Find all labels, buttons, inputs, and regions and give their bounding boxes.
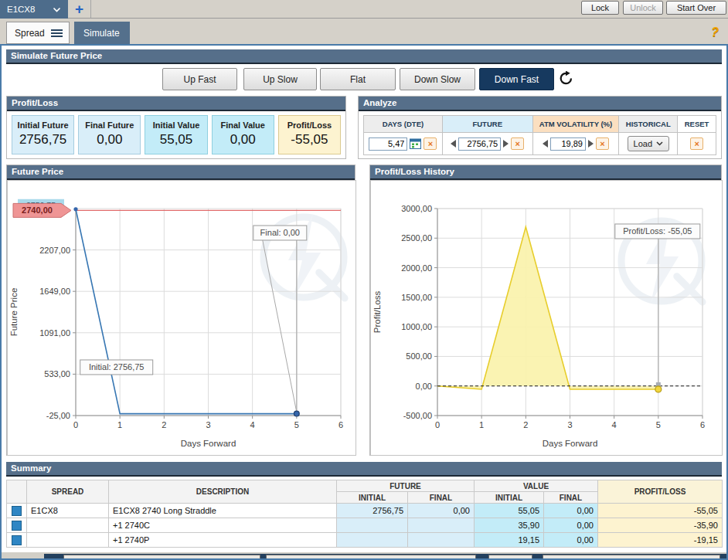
summary-panel: Summary SPREAD DESCRIPTION FUTURE VALUE … <box>6 462 722 551</box>
initial-value-value: 55,05 <box>145 132 206 148</box>
vol-header: ATM VOLATILITY (%) <box>532 116 619 133</box>
unlock-button[interactable]: Unlock <box>623 1 663 15</box>
profit-loss-panel-header: Profit/Loss <box>7 97 345 111</box>
analyze-panel: Analyze DAYS (DTE) FUTURE ATM VOLATILITY… <box>358 96 722 159</box>
profit-loss-cell: -35,90 <box>598 518 723 533</box>
description-cell: +1 2740C <box>109 518 337 533</box>
svg-text:1091,00: 1091,00 <box>39 328 70 338</box>
final-future-label: Final Future <box>79 120 140 130</box>
historical-load-dropdown[interactable]: Load <box>628 136 669 151</box>
value-final-cell: 0,00 <box>544 504 598 518</box>
vol-input[interactable] <box>550 137 586 151</box>
value-final-header: FINAL <box>544 492 598 504</box>
tab-simulate[interactable]: Simulate <box>74 22 130 44</box>
svg-text:2: 2 <box>162 420 166 429</box>
svg-text:Profit/Loss: -55,05: Profit/Loss: -55,05 <box>623 226 692 236</box>
future-input[interactable] <box>458 137 501 151</box>
down-slow-button[interactable]: Down Slow <box>400 68 475 90</box>
future-step-down-icon[interactable] <box>451 140 456 148</box>
svg-text:5: 5 <box>294 420 299 429</box>
future-step-up-icon[interactable] <box>503 140 509 148</box>
tab-bar: Spread Simulate ? <box>0 19 728 44</box>
analyze-panel-header: Analyze <box>359 97 721 111</box>
initial-future-value: 2756,75 <box>12 132 73 148</box>
pl-history-panel-header: Profit/Loss History <box>370 165 721 180</box>
down-fast-button[interactable]: Down Fast <box>479 68 554 90</box>
svg-text:3: 3 <box>567 420 572 429</box>
future-final-cell <box>408 533 475 548</box>
final-future-value: 0,00 <box>79 132 140 148</box>
table-row: +1 2740C 35,90 0,00 -35,90 <box>7 518 723 533</box>
svg-text:4: 4 <box>612 420 617 429</box>
calendar-icon[interactable] <box>410 138 421 149</box>
spread-col-header: SPREAD <box>27 480 109 504</box>
svg-text:1000,00: 1000,00 <box>401 322 432 331</box>
main-content: Simulate Future Price Up Fast Up Slow Fl… <box>0 44 728 560</box>
svg-text:3: 3 <box>206 420 210 429</box>
refresh-icon[interactable] <box>558 71 573 87</box>
start-over-button[interactable]: Start Over <box>666 1 726 15</box>
future-initial-cell <box>337 533 408 548</box>
future-initial-cell <box>337 518 408 533</box>
future-final-cell <box>408 518 475 533</box>
row-select-square[interactable] <box>12 535 22 545</box>
svg-text:2: 2 <box>523 420 528 429</box>
svg-text:Future Price: Future Price <box>9 288 19 337</box>
initial-future-cell: Initial Future 2756,75 <box>12 115 74 154</box>
profit-loss-cell: Profit/Loss -55,05 <box>278 115 341 154</box>
plus-icon: + <box>75 1 83 18</box>
instrument-tab[interactable]: E1CX8 <box>0 0 68 19</box>
future-price-chart[interactable]: 2207,001649,001091,00533,00-25,000123456… <box>7 180 356 456</box>
analyze-table: DAYS (DTE) FUTURE ATM VOLATILITY (%) HIS… <box>363 115 716 155</box>
value-group-header: VALUE <box>475 480 598 492</box>
menu-icon[interactable] <box>51 28 63 39</box>
svg-text:1: 1 <box>479 420 484 429</box>
final-value-label: Final Value <box>213 120 274 130</box>
future-clear-button[interactable]: × <box>511 137 524 150</box>
svg-text:Final: 0,00: Final: 0,00 <box>260 228 300 237</box>
add-tab-button[interactable]: + <box>68 0 91 18</box>
vol-clear-button[interactable]: × <box>596 137 609 150</box>
spread-cell <box>27 533 109 548</box>
final-value-cell: Final Value 0,00 <box>212 115 274 154</box>
spread-cell: E1CX8 <box>27 504 109 518</box>
row-select-square[interactable] <box>12 521 22 531</box>
days-clear-button[interactable]: × <box>424 137 437 150</box>
up-fast-button[interactable]: Up Fast <box>162 68 237 90</box>
vol-step-down-icon[interactable] <box>543 140 548 148</box>
flat-button[interactable]: Flat <box>320 68 396 90</box>
up-slow-button[interactable]: Up Slow <box>243 68 317 90</box>
svg-text:6: 6 <box>700 420 705 429</box>
summary-panel-header: Summary <box>6 462 722 477</box>
days-input[interactable] <box>369 137 407 151</box>
help-icon[interactable]: ? <box>711 25 719 39</box>
pl-history-chart[interactable]: 3000,002500,002000,001500,001000,00500,0… <box>370 180 723 456</box>
select-col-header <box>7 480 27 504</box>
summary-table: SPREAD DESCRIPTION FUTURE VALUE PROFIT/L… <box>6 480 723 548</box>
instrument-tab-label: E1CX8 <box>7 5 35 14</box>
svg-text:2740,00: 2740,00 <box>22 205 53 215</box>
future-price-panel-header: Future Price <box>7 165 355 180</box>
svg-text:0,00: 0,00 <box>416 382 432 391</box>
lock-button[interactable]: Lock <box>581 1 619 15</box>
description-cell: +1 2740P <box>109 533 337 548</box>
svg-text:5: 5 <box>656 420 661 429</box>
row-select-square[interactable] <box>12 506 22 516</box>
table-row: E1CX8 E1CX8 2740 Long Straddle 2756,75 0… <box>7 504 723 518</box>
profit-loss-col-header: PROFIT/LOSS <box>598 480 723 504</box>
tab-spread[interactable]: Spread <box>6 22 70 44</box>
value-initial-cell: 35,90 <box>475 518 544 533</box>
tab-spread-label: Spread <box>15 28 45 39</box>
vol-step-up-icon[interactable] <box>588 140 594 148</box>
value-initial-header: INITIAL <box>475 492 544 504</box>
tab-simulate-label: Simulate <box>83 28 120 39</box>
svg-text:1: 1 <box>117 420 122 429</box>
top-bar: E1CX8 + Lock Unlock Start Over <box>0 0 728 19</box>
svg-text:Initial: 2756,75: Initial: 2756,75 <box>89 362 145 372</box>
simulate-section-header: Simulate Future Price <box>6 49 722 64</box>
reset-clear-button[interactable]: × <box>690 137 703 150</box>
svg-text:0: 0 <box>435 420 440 429</box>
spread-cell <box>27 518 109 533</box>
svg-text:533,00: 533,00 <box>44 369 70 378</box>
future-initial-header: INITIAL <box>337 492 408 504</box>
